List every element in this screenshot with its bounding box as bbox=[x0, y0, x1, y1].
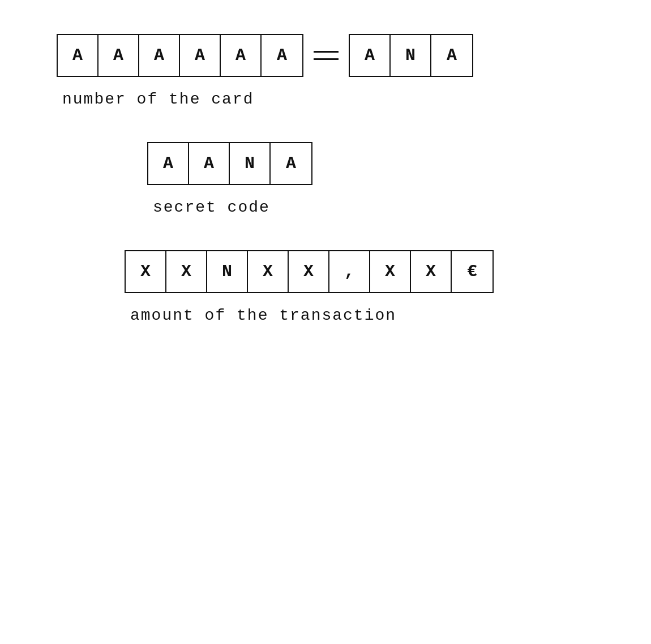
card-box-2: A bbox=[98, 35, 139, 76]
card-box-6: A bbox=[262, 35, 302, 76]
card-number-label: number of the card bbox=[62, 91, 254, 108]
dash-line-1 bbox=[314, 51, 339, 53]
amount-box-6: , bbox=[329, 251, 370, 292]
amount-box-9: € bbox=[452, 251, 492, 292]
code-box-2: A bbox=[189, 143, 230, 184]
code-box-3: N bbox=[230, 143, 271, 184]
transaction-amount-label: amount of the transaction bbox=[130, 307, 396, 324]
card-box-4: A bbox=[180, 35, 221, 76]
card-box-3: A bbox=[139, 35, 180, 76]
amount-box-1: X bbox=[126, 251, 166, 292]
card-box-9: A bbox=[431, 35, 472, 76]
transaction-boxes-row: X X N X X , X X € bbox=[125, 250, 494, 293]
secret-code-section: A A N A secret code bbox=[147, 142, 312, 216]
card-separator bbox=[314, 51, 339, 60]
card-box-1: A bbox=[58, 35, 98, 76]
card-number-boxes-row: A A A A A A A N A bbox=[57, 34, 473, 77]
amount-box-8: X bbox=[411, 251, 452, 292]
transaction-group1: X X N X X , X X € bbox=[125, 250, 494, 293]
amount-box-7: X bbox=[370, 251, 411, 292]
dash-line-2 bbox=[314, 58, 339, 60]
code-box-1: A bbox=[148, 143, 189, 184]
card-box-7: A bbox=[350, 35, 391, 76]
secret-code-label: secret code bbox=[153, 199, 270, 216]
amount-box-4: X bbox=[248, 251, 289, 292]
secret-code-group1: A A N A bbox=[147, 142, 312, 185]
transaction-amount-section: X X N X X , X X € amount of the transact… bbox=[125, 250, 494, 324]
card-number-group2: A N A bbox=[349, 34, 473, 77]
amount-box-2: X bbox=[166, 251, 207, 292]
card-number-group1: A A A A A A bbox=[57, 34, 303, 77]
amount-box-3: N bbox=[207, 251, 248, 292]
card-number-section: A A A A A A A N A number of the card bbox=[57, 34, 473, 108]
amount-box-5: X bbox=[289, 251, 329, 292]
secret-code-boxes-row: A A N A bbox=[147, 142, 312, 185]
code-box-4: A bbox=[271, 143, 311, 184]
card-box-5: A bbox=[221, 35, 262, 76]
card-box-8: N bbox=[391, 35, 431, 76]
